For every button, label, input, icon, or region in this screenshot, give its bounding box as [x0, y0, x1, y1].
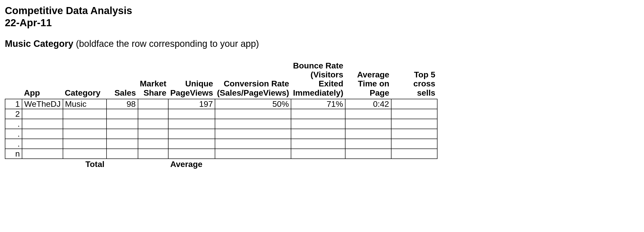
cell-idx: 1 — [5, 99, 22, 109]
cell-conv — [215, 119, 291, 129]
cell-time — [345, 109, 391, 119]
cell-pv — [168, 149, 215, 159]
col-pv: Unique PageViews — [168, 61, 215, 99]
cell-share — [138, 149, 168, 159]
cell-sales — [106, 149, 138, 159]
cell-category — [63, 119, 106, 129]
cell-bounce — [291, 109, 345, 119]
cell-sales — [106, 139, 138, 149]
cell-app: WeTheDJ — [22, 99, 63, 109]
cell-share — [138, 99, 168, 109]
table-row: 2 — [5, 109, 437, 119]
cell-cross — [391, 99, 437, 109]
cell-bounce — [291, 129, 345, 139]
cell-sales — [106, 119, 138, 129]
cell-category — [63, 129, 106, 139]
cell-app — [22, 119, 63, 129]
cell-conv: 50% — [215, 99, 291, 109]
table-row: . — [5, 129, 437, 139]
cell-time — [345, 129, 391, 139]
cell-cross — [391, 129, 437, 139]
cell-pv — [168, 129, 215, 139]
cell-category — [63, 109, 106, 119]
col-time: Average Time on Page — [345, 61, 391, 99]
cell-app — [22, 149, 63, 159]
cell-sales: 98 — [106, 99, 138, 109]
cell-category — [63, 149, 106, 159]
cell-bounce — [291, 119, 345, 129]
cell-conv — [215, 109, 291, 119]
footer-average-label: Average — [168, 159, 215, 169]
cell-bounce — [291, 149, 345, 159]
col-share: Market Share — [138, 61, 168, 99]
cell-time — [345, 139, 391, 149]
cell-pv: 197 — [168, 99, 215, 109]
cell-share — [138, 109, 168, 119]
cell-share — [138, 129, 168, 139]
cell-bounce: 71% — [291, 99, 345, 109]
cell-idx: 2 — [5, 109, 22, 119]
table-row: 1 WeTheDJ Music 98 197 50% 71% 0:42 — [5, 99, 437, 109]
table-row: . — [5, 139, 437, 149]
cell-idx: . — [5, 139, 22, 149]
cell-time: 0:42 — [345, 99, 391, 109]
col-bounce: Bounce Rate (Visitors Exited Immediately… — [291, 61, 345, 99]
cell-bounce — [291, 139, 345, 149]
cell-app — [22, 129, 63, 139]
cell-idx: . — [5, 119, 22, 129]
col-idx — [5, 61, 22, 99]
cell-category: Music — [63, 99, 106, 109]
subtitle-note: (boldface the row corresponding to your … — [73, 39, 259, 49]
table-row: . — [5, 119, 437, 129]
cell-pv — [168, 119, 215, 129]
subtitle-bold: Music Category — [5, 39, 73, 49]
cell-conv — [215, 129, 291, 139]
col-app: App — [22, 61, 63, 99]
col-sales: Sales — [106, 61, 138, 99]
cell-conv — [215, 149, 291, 159]
cell-conv — [215, 139, 291, 149]
cell-cross — [391, 119, 437, 129]
cell-cross — [391, 109, 437, 119]
cell-sales — [106, 109, 138, 119]
cell-sales — [106, 129, 138, 139]
cell-time — [345, 149, 391, 159]
cell-share — [138, 119, 168, 129]
table-header-row: App Category Sales Market Share Unique P… — [5, 61, 437, 99]
col-conv: Conversion Rate (Sales/PageViews) — [215, 61, 291, 99]
table-footer-row: Total Average — [5, 159, 437, 169]
page-date: 22-Apr-11 — [5, 17, 639, 29]
cell-pv — [168, 139, 215, 149]
table-row: n — [5, 149, 437, 159]
cell-pv — [168, 109, 215, 119]
data-table: App Category Sales Market Share Unique P… — [5, 61, 438, 169]
col-cross: Top 5 cross sells — [391, 61, 437, 99]
cell-idx: . — [5, 129, 22, 139]
cell-idx: n — [5, 149, 22, 159]
cell-cross — [391, 139, 437, 149]
subtitle-line: Music Category (boldface the row corresp… — [5, 39, 639, 49]
page-title: Competitive Data Analysis — [5, 5, 639, 17]
cell-app — [22, 109, 63, 119]
cell-category — [63, 139, 106, 149]
cell-share — [138, 139, 168, 149]
cell-time — [345, 119, 391, 129]
col-category: Category — [63, 61, 106, 99]
cell-app — [22, 139, 63, 149]
cell-cross — [391, 149, 437, 159]
footer-total-label: Total — [63, 159, 106, 169]
